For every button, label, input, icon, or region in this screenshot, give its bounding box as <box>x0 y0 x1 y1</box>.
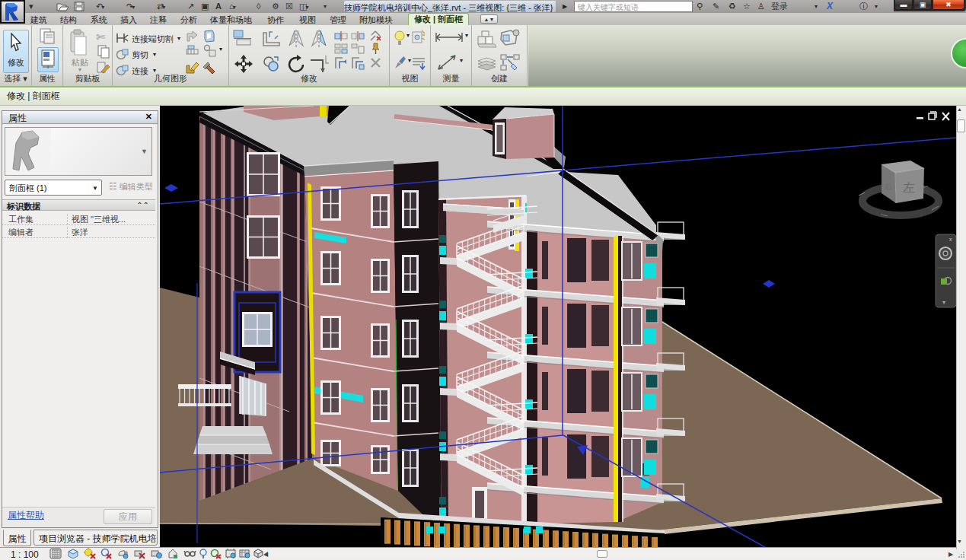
svg-text:后: 后 <box>885 183 892 191</box>
svg-text:左: 左 <box>903 181 915 194</box>
svg-text:▾: ▾ <box>942 299 945 306</box>
svg-text:x: x <box>949 237 952 242</box>
